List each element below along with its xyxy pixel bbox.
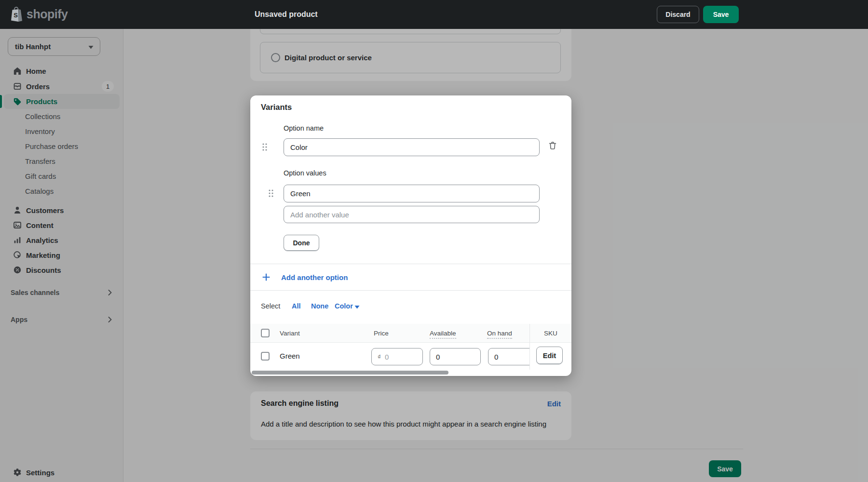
select-all-link[interactable]: All xyxy=(292,302,301,310)
available-input-group xyxy=(430,348,481,365)
add-another-option-label: Add another option xyxy=(281,273,348,281)
page-title: Unsaved product xyxy=(255,0,318,29)
caret-down-icon xyxy=(354,305,360,309)
add-value-input[interactable] xyxy=(284,206,540,223)
row-checkbox[interactable] xyxy=(261,352,270,361)
option-name-label: Option name xyxy=(284,124,324,132)
sticky-column-divider xyxy=(529,324,530,370)
select-color-dropdown[interactable]: Color xyxy=(335,302,353,310)
price-input[interactable] xyxy=(381,353,422,361)
shopify-wordmark: shopify xyxy=(27,7,68,21)
save-button[interactable]: Save xyxy=(703,6,739,23)
available-input[interactable] xyxy=(430,353,480,361)
column-header-available: Available xyxy=(430,330,456,339)
add-another-option-button[interactable]: Add another option xyxy=(250,264,571,290)
delete-option-button[interactable] xyxy=(546,140,559,152)
option-values-label: Option values xyxy=(284,169,326,177)
variant-row-green: Green ₫ Edit xyxy=(250,343,571,370)
column-header-variant: Variant xyxy=(280,330,300,337)
on-hand-input-clip xyxy=(488,348,529,365)
select-none-link[interactable]: None xyxy=(311,302,328,310)
on-hand-input-group xyxy=(488,348,529,365)
variants-card-title: Variants xyxy=(261,103,292,112)
option-value-input[interactable] xyxy=(284,185,540,202)
divider xyxy=(250,290,571,291)
topbar: S shopify Unsaved product Discard Save xyxy=(0,0,868,29)
select-all-checkbox[interactable] xyxy=(261,329,270,337)
variant-select-toolbar: Select All None Color xyxy=(250,300,571,314)
drag-handle-icon[interactable] xyxy=(268,189,274,198)
plus-icon xyxy=(262,273,271,281)
variants-table-header: Variant Price Available On hand SKU xyxy=(250,324,571,343)
option-name-input[interactable] xyxy=(284,138,540,156)
done-button[interactable]: Done xyxy=(284,235,319,251)
column-header-price: Price xyxy=(374,330,389,337)
discard-button[interactable]: Discard xyxy=(657,6,699,23)
drag-handle-icon[interactable] xyxy=(262,143,268,151)
on-hand-input[interactable] xyxy=(488,353,529,361)
variants-card: Variants Option name Option values Done … xyxy=(250,95,571,376)
price-input-group: ₫ xyxy=(371,348,423,365)
variant-name: Green xyxy=(280,352,300,360)
shopify-logo[interactable]: S shopify xyxy=(10,6,68,22)
currency-symbol: ₫ xyxy=(378,353,381,361)
horizontal-scrollbar-thumb[interactable] xyxy=(252,371,448,375)
horizontal-scrollbar xyxy=(250,370,571,375)
column-header-on-hand: On hand xyxy=(487,330,512,339)
svg-text:S: S xyxy=(14,12,18,19)
select-label: Select xyxy=(261,302,280,310)
trash-icon xyxy=(548,141,557,150)
edit-sku-button[interactable]: Edit xyxy=(536,347,563,364)
column-header-sku: SKU xyxy=(544,330,557,337)
shopify-bag-icon: S xyxy=(10,6,23,22)
